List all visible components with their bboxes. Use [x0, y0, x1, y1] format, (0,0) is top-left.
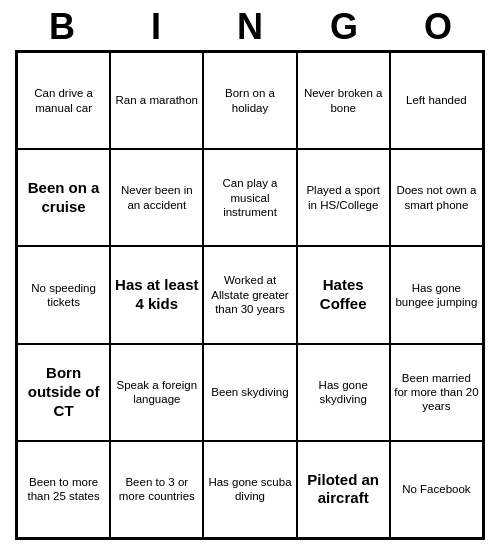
bingo-letter-n: N	[207, 6, 293, 48]
bingo-cell-0: Can drive a manual car	[17, 52, 110, 149]
bingo-cell-4: Left handed	[390, 52, 483, 149]
bingo-cell-22: Has gone scuba diving	[203, 441, 296, 538]
bingo-cell-5: Been on a cruise	[17, 149, 110, 246]
bingo-cell-24: No Facebook	[390, 441, 483, 538]
bingo-cell-18: Has gone skydiving	[297, 344, 390, 441]
bingo-cell-21: Been to 3 or more countries	[110, 441, 203, 538]
bingo-cell-10: No speeding tickets	[17, 246, 110, 343]
bingo-letter-b: B	[19, 6, 105, 48]
bingo-cell-19: Been married for more than 20 years	[390, 344, 483, 441]
bingo-cell-20: Been to more than 25 states	[17, 441, 110, 538]
bingo-cell-7: Can play a musical instrument	[203, 149, 296, 246]
bingo-cell-14: Has gone bungee jumping	[390, 246, 483, 343]
bingo-cell-12: Worked at Allstate greater than 30 years	[203, 246, 296, 343]
bingo-cell-23: Piloted an aircraft	[297, 441, 390, 538]
bingo-letter-i: I	[113, 6, 199, 48]
bingo-cell-11: Has at least 4 kids	[110, 246, 203, 343]
bingo-cell-3: Never broken a bone	[297, 52, 390, 149]
bingo-letter-o: O	[395, 6, 481, 48]
bingo-cell-9: Does not own a smart phone	[390, 149, 483, 246]
bingo-cell-13: Hates Coffee	[297, 246, 390, 343]
bingo-cell-6: Never been in an accident	[110, 149, 203, 246]
bingo-cell-17: Been skydiving	[203, 344, 296, 441]
bingo-cell-15: Born outside of CT	[17, 344, 110, 441]
bingo-cell-1: Ran a marathon	[110, 52, 203, 149]
bingo-cell-8: Played a sport in HS/College	[297, 149, 390, 246]
bingo-header: BINGO	[15, 0, 485, 50]
bingo-cell-16: Speak a foreign language	[110, 344, 203, 441]
bingo-cell-2: Born on a holiday	[203, 52, 296, 149]
bingo-letter-g: G	[301, 6, 387, 48]
bingo-grid: Can drive a manual carRan a marathonBorn…	[15, 50, 485, 540]
